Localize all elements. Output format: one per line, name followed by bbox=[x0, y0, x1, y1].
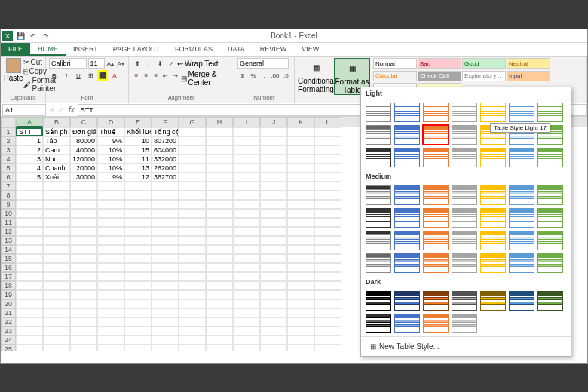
cell[interactable] bbox=[206, 173, 233, 182]
row-header[interactable]: 7 bbox=[1, 182, 16, 191]
cell[interactable] bbox=[97, 317, 124, 326]
cell[interactable] bbox=[124, 308, 152, 317]
cell[interactable]: 80000 bbox=[70, 136, 97, 145]
cell[interactable] bbox=[314, 335, 341, 345]
cell[interactable] bbox=[43, 191, 70, 200]
cell-style-bad[interactable]: Bad bbox=[418, 58, 461, 69]
cell[interactable] bbox=[233, 317, 260, 326]
table-style-thumb[interactable] bbox=[423, 314, 449, 333]
table-style-thumb[interactable] bbox=[423, 231, 449, 250]
table-style-thumb[interactable] bbox=[394, 148, 420, 167]
cell[interactable] bbox=[70, 182, 97, 191]
decrease-font-button[interactable]: A▾ bbox=[116, 58, 125, 69]
cell[interactable]: 5 bbox=[16, 173, 43, 182]
cell[interactable] bbox=[314, 254, 341, 263]
cell[interactable] bbox=[260, 299, 287, 308]
cell-style-input[interactable]: Input bbox=[507, 71, 550, 81]
cell[interactable] bbox=[206, 299, 233, 308]
cell[interactable] bbox=[314, 164, 341, 173]
cell[interactable] bbox=[260, 272, 287, 281]
column-header[interactable]: B bbox=[43, 117, 70, 127]
cell[interactable] bbox=[233, 254, 260, 263]
cell[interactable] bbox=[16, 299, 43, 308]
cell[interactable] bbox=[152, 335, 179, 345]
table-style-thumb[interactable] bbox=[423, 208, 449, 228]
cell[interactable] bbox=[287, 245, 314, 254]
row-header[interactable]: 11 bbox=[1, 218, 16, 227]
dropdown-link[interactable]: ⊞New Table Style... bbox=[364, 340, 568, 353]
row-header[interactable]: 16 bbox=[1, 263, 16, 272]
cell[interactable] bbox=[287, 236, 314, 245]
cell[interactable] bbox=[206, 155, 233, 164]
cell[interactable] bbox=[233, 290, 260, 299]
cell[interactable]: 1 bbox=[16, 136, 43, 145]
table-style-thumb[interactable] bbox=[480, 291, 506, 311]
cell[interactable] bbox=[152, 182, 179, 191]
dropdown-link[interactable]: ⊞New PivotTable Style... bbox=[364, 353, 568, 357]
cell[interactable] bbox=[16, 200, 43, 209]
cell[interactable] bbox=[152, 308, 179, 317]
increase-font-button[interactable]: A▴ bbox=[106, 58, 115, 69]
cell[interactable] bbox=[287, 281, 314, 290]
select-all-corner[interactable] bbox=[1, 117, 16, 127]
cell[interactable] bbox=[97, 245, 124, 254]
cancel-formula-icon[interactable]: ✕ bbox=[47, 106, 57, 114]
cell[interactable] bbox=[152, 200, 179, 209]
align-top-button[interactable]: ⬆ bbox=[132, 58, 142, 69]
cell[interactable]: Nho bbox=[43, 155, 70, 164]
cell[interactable] bbox=[206, 263, 233, 272]
cell[interactable] bbox=[43, 218, 70, 227]
tab-formulas[interactable]: FORMULAS bbox=[167, 43, 220, 56]
cell[interactable] bbox=[70, 218, 97, 227]
cell[interactable] bbox=[43, 308, 70, 317]
cell[interactable] bbox=[206, 281, 233, 290]
table-style-thumb[interactable] bbox=[366, 253, 391, 273]
cell[interactable] bbox=[152, 263, 179, 272]
cell[interactable] bbox=[260, 263, 287, 272]
table-style-thumb[interactable] bbox=[394, 231, 420, 250]
cell[interactable] bbox=[152, 326, 179, 335]
cell[interactable] bbox=[314, 272, 341, 281]
cell[interactable]: 10% bbox=[97, 155, 124, 164]
cell[interactable] bbox=[314, 245, 341, 254]
cell[interactable] bbox=[97, 254, 124, 263]
cell[interactable] bbox=[287, 191, 314, 200]
cell[interactable]: 13 bbox=[124, 164, 152, 173]
table-style-thumb[interactable] bbox=[394, 103, 420, 122]
cell[interactable] bbox=[179, 145, 206, 155]
cell[interactable] bbox=[97, 191, 124, 200]
name-box[interactable]: A1 bbox=[2, 104, 46, 116]
column-header[interactable]: K bbox=[287, 117, 314, 127]
column-header[interactable]: A bbox=[16, 117, 43, 127]
cell[interactable] bbox=[70, 326, 97, 335]
cell[interactable] bbox=[287, 164, 314, 173]
cell[interactable] bbox=[16, 345, 43, 351]
cell-style-normal[interactable]: Normal bbox=[373, 58, 417, 69]
table-style-thumb[interactable] bbox=[480, 208, 506, 228]
cell[interactable]: Táo bbox=[43, 136, 70, 145]
table-style-thumb[interactable] bbox=[366, 148, 391, 167]
redo-icon[interactable]: ↷ bbox=[41, 31, 51, 41]
orientation-button[interactable]: ⤢ bbox=[166, 58, 176, 69]
cell[interactable] bbox=[152, 236, 179, 245]
cell[interactable]: 604000 bbox=[152, 145, 179, 155]
percent-button[interactable]: % bbox=[248, 70, 258, 81]
tab-home[interactable]: HOME bbox=[30, 43, 66, 56]
cell[interactable] bbox=[287, 335, 314, 345]
cell[interactable] bbox=[70, 317, 97, 326]
cell[interactable] bbox=[314, 173, 341, 182]
cell[interactable] bbox=[314, 308, 341, 317]
cell[interactable]: 2 bbox=[16, 145, 43, 155]
cell[interactable] bbox=[43, 317, 70, 326]
tab-file[interactable]: FILE bbox=[1, 43, 30, 56]
table-style-thumb[interactable] bbox=[480, 253, 506, 273]
cell[interactable] bbox=[16, 191, 43, 200]
cell[interactable] bbox=[43, 209, 70, 218]
table-style-thumb[interactable] bbox=[537, 103, 563, 122]
cell[interactable] bbox=[287, 326, 314, 335]
cell[interactable] bbox=[233, 155, 260, 164]
cell[interactable] bbox=[233, 263, 260, 272]
table-style-thumb[interactable] bbox=[394, 125, 420, 145]
cell[interactable] bbox=[179, 209, 206, 218]
row-header[interactable]: 17 bbox=[1, 272, 16, 281]
